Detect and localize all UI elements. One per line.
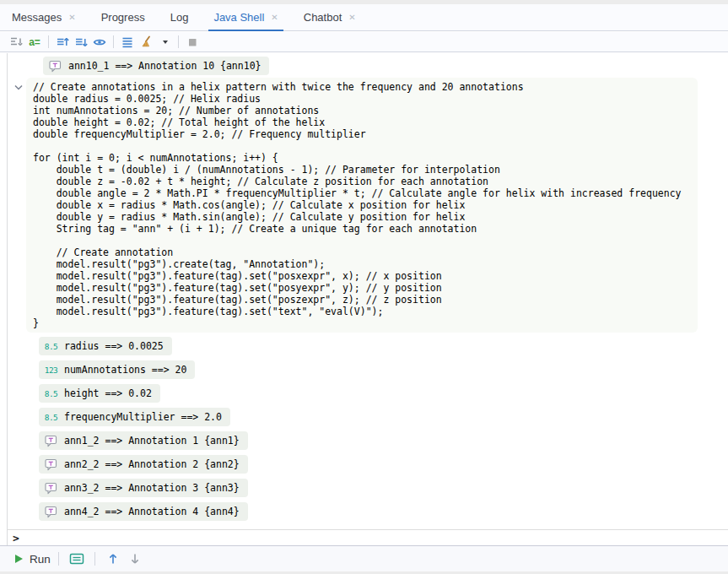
double-type-icon: 8.5 [44, 413, 58, 422]
show-variables-icon[interactable]: a= [25, 34, 44, 51]
close-icon[interactable]: ✕ [348, 14, 355, 22]
double-type-icon: 8.5 [44, 389, 58, 398]
broom-icon[interactable] [137, 34, 155, 51]
run-button[interactable]: Run [15, 553, 51, 566]
toolbar-separator [48, 35, 49, 48]
result-chip[interactable]: 8.5frequencyMultiplier ==> 2.0 [39, 408, 230, 426]
prompt-row[interactable]: > [7, 529, 728, 545]
dropdown-caret-icon[interactable] [155, 34, 174, 51]
annotation-icon [48, 60, 62, 73]
results-list: 8.5radius ==> 0.0025123numAnnotations ==… [39, 337, 248, 526]
list-icon[interactable] [118, 34, 137, 51]
result-chip[interactable]: ann1_2 ==> Annotation 1 {ann1} [39, 431, 248, 450]
result-text: frequencyMultiplier ==> 2.0 [64, 411, 222, 423]
console-toolbar: a= [0, 32, 728, 52]
tab-log[interactable]: Log [170, 4, 189, 30]
import-lines-icon[interactable] [7, 34, 25, 51]
variables-glyph: a= [29, 36, 40, 48]
tab-chatbot[interactable]: Chatbot✕ [304, 4, 356, 30]
result-text: ann10_1 ==> Annotation 10 {ann10} [68, 60, 261, 72]
annotation-icon [44, 482, 58, 495]
code-block[interactable]: // Create annotations in a helix pattern… [26, 78, 698, 333]
play-icon [15, 555, 23, 563]
result-chip[interactable]: ann4_2 ==> Annotation 4 {ann4} [39, 502, 248, 521]
console-log-icon[interactable] [67, 550, 87, 568]
tab-java-shell[interactable]: Java Shell✕ [213, 4, 278, 30]
double-type-icon: 8.5 [44, 342, 58, 351]
scroll-to-top-icon[interactable] [53, 34, 72, 51]
tab-label: Java Shell [213, 11, 264, 24]
toolbar-separator [113, 35, 114, 48]
java-shell-panel: Messages✕ProgressLogJava Shell✕Chatbot✕ … [0, 0, 728, 574]
result-chip[interactable]: ann3_2 ==> Annotation 3 {ann3} [39, 479, 248, 497]
annotation-icon [44, 458, 58, 471]
result-text: ann1_2 ==> Annotation 1 {ann1} [64, 435, 240, 447]
result-chip[interactable]: ann10_1 ==> Annotation 10 {ann10} [43, 57, 269, 75]
result-text: numAnnotations ==> 20 [64, 364, 186, 376]
collapse-chevron-icon[interactable] [13, 81, 24, 91]
arrow-up-icon[interactable] [103, 550, 123, 568]
close-icon[interactable]: ✕ [271, 14, 278, 22]
arrow-down-icon[interactable] [125, 550, 145, 568]
result-chip[interactable]: 8.5radius ==> 0.0025 [39, 337, 172, 355]
result-chip[interactable]: 123numAnnotations ==> 20 [39, 360, 195, 379]
history-results: ann10_1 ==> Annotation 10 {ann10} [43, 57, 269, 80]
run-label: Run [30, 553, 51, 566]
console-output[interactable]: ann10_1 ==> Annotation 10 {ann10} // Cre… [7, 53, 728, 529]
tab-label: Progress [101, 11, 145, 24]
int-type-icon: 123 [44, 366, 58, 375]
scroll-to-bottom-icon[interactable] [72, 34, 90, 51]
tab-label: Chatbot [304, 11, 342, 24]
result-chip[interactable]: 8.5height ==> 0.02 [39, 384, 160, 403]
annotation-icon [44, 435, 58, 447]
result-text: ann2_2 ==> Annotation 2 {ann2} [64, 458, 240, 470]
run-bar-separator [58, 552, 59, 566]
run-bar: Run [0, 545, 728, 571]
result-chip[interactable]: ann2_2 ==> Annotation 2 {ann2} [39, 455, 248, 474]
stop-icon [183, 34, 202, 51]
tab-label: Messages [12, 11, 62, 24]
close-icon[interactable]: ✕ [68, 14, 75, 22]
result-text: height ==> 0.02 [64, 387, 152, 399]
tab-progress[interactable]: Progress [101, 4, 145, 30]
result-text: radius ==> 0.0025 [64, 340, 164, 352]
result-text: ann3_2 ==> Annotation 3 {ann3} [64, 482, 240, 494]
result-text: ann4_2 ==> Annotation 4 {ann4} [64, 506, 240, 517]
prompt-symbol: > [13, 532, 19, 544]
toolbar-separator [178, 35, 179, 48]
eye-icon[interactable] [90, 34, 109, 51]
annotation-icon [44, 506, 58, 518]
tab-label: Log [170, 11, 189, 24]
tab-messages[interactable]: Messages✕ [12, 4, 76, 30]
tab-bar: Messages✕ProgressLogJava Shell✕Chatbot✕ [0, 4, 728, 31]
run-bar-separator [94, 552, 95, 566]
